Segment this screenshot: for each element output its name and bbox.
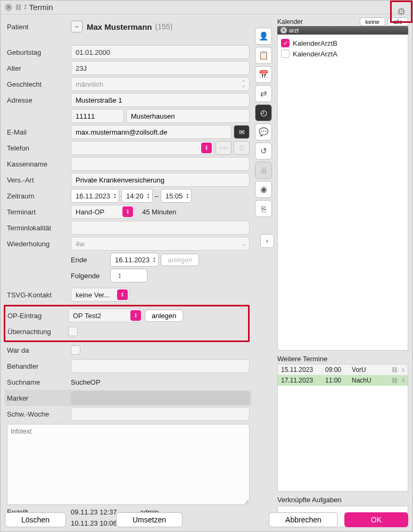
time-sep: – <box>155 192 159 200</box>
filter-text: arzt <box>289 27 299 34</box>
call-icon[interactable]: ✆ <box>234 141 250 155</box>
op-select[interactable]: OP Test2▲▼ <box>68 309 143 322</box>
time-to-input[interactable]: 15:05▲▼ <box>161 189 192 203</box>
suchname-label: Suchname <box>7 378 71 386</box>
chevron-icon: ▲▼ <box>122 206 133 217</box>
chevron-icon: ▲▼ <box>117 289 128 300</box>
uebernachtung-checkbox[interactable] <box>68 327 78 336</box>
marker-input[interactable] <box>71 391 250 405</box>
keine-button[interactable]: keine <box>360 18 385 26</box>
terminart-label: Terminart <box>7 208 71 216</box>
appointments-list: 15.11.202309:00VorU⛓1 17.11.202311:00Nac… <box>277 364 408 492</box>
lokalitaet-label: Terminlokalität <box>7 224 71 232</box>
schwwoche-label: Schw.-Woche <box>7 410 71 418</box>
patient-remove-button[interactable]: − <box>71 21 82 32</box>
zeitraum-label: Zeitraum <box>7 192 71 200</box>
ende-label: Ende <box>71 256 108 264</box>
phone-select[interactable]: ▲▼ <box>71 141 213 155</box>
collapse-button[interactable]: ‹ <box>260 234 274 248</box>
birthday-label: Geburtstag <box>7 48 71 56</box>
infotext-textarea[interactable] <box>7 424 250 505</box>
lokalitaet-input[interactable] <box>71 221 250 235</box>
email-input[interactable] <box>71 125 232 139</box>
wiederholung-select[interactable]: 4w⌄ <box>71 237 250 251</box>
zip-input[interactable] <box>71 109 124 123</box>
appointment-row[interactable]: 15.11.202309:00VorU⛓1 <box>278 364 408 375</box>
chevron-icon: ▲▼ <box>201 143 212 153</box>
suchname-value: SucheOP <box>71 378 101 386</box>
date-input[interactable]: 16.11.2023▲▼ <box>71 189 119 203</box>
clipboard-icon[interactable]: 📋 <box>255 47 272 64</box>
warda-checkbox[interactable] <box>71 345 80 355</box>
titlebar: ✕ ⛓ 2 Termin ⚙ <box>1 1 412 14</box>
gender-label: Geschlecht <box>7 80 71 88</box>
email-label: E-Mail <box>7 128 71 136</box>
street-input[interactable] <box>71 93 250 107</box>
anlegen-disabled-button: anlegen <box>161 254 199 266</box>
gender-select[interactable]: männlich⌃⌄ <box>71 77 250 91</box>
uebernachtung-label: Übernachtung <box>7 328 68 336</box>
address-label: Adresse <box>7 96 71 104</box>
op-anlegen-button[interactable]: anlegen <box>145 310 183 322</box>
appointment-row[interactable]: 17.11.202311:00NachU⛓3 <box>278 375 408 386</box>
time-from-input[interactable]: 14:20▲▼ <box>121 189 153 203</box>
duration-text: 45 Minuten <box>142 208 176 216</box>
filter-bar[interactable]: ✕ arzt <box>277 26 408 35</box>
close-icon[interactable]: ✕ <box>5 4 12 11</box>
globe-icon[interactable]: ◉ <box>255 181 272 198</box>
tsvg-select[interactable]: keine Ver...▲▼ <box>71 288 129 302</box>
loeschen-button[interactable]: Löschen <box>5 512 66 527</box>
kasse-input[interactable] <box>71 157 250 171</box>
verknuepfte-label: Verknüpfte Aufgaben <box>277 496 408 504</box>
abbrechen-button[interactable]: Abbrechen <box>269 512 338 527</box>
person-icon[interactable]: 👤 <box>255 28 272 45</box>
folgende-input[interactable]: ▲▼ <box>110 269 147 282</box>
sms-button[interactable]: SMS <box>216 141 232 155</box>
behandler-label: Behandler <box>7 362 71 370</box>
mail-icon[interactable]: ✉ <box>234 125 250 139</box>
calendar-item[interactable]: KalenderArztA <box>281 48 404 59</box>
calendar-item-label: KalenderArztA <box>293 50 337 58</box>
calendar-icon[interactable]: 📅 <box>255 66 272 83</box>
message-icon[interactable]: 💬 <box>255 123 272 140</box>
schwwoche-input[interactable] <box>71 407 250 421</box>
calendar-item-label: KalenderArztB <box>293 39 337 47</box>
birthday-input[interactable] <box>71 45 250 59</box>
link-count: 2 <box>24 4 27 10</box>
versart-label: Vers.-Art <box>7 176 71 184</box>
phone-label: Telefon <box>7 144 71 152</box>
versart-input[interactable] <box>71 173 250 187</box>
calendar-item[interactable]: ✓ KalenderArztB <box>281 38 404 48</box>
patient-label: Patient <box>7 23 71 31</box>
chevron-icon: ⌃⌄ <box>241 81 246 87</box>
behandler-input[interactable] <box>71 359 250 373</box>
ok-button[interactable]: OK <box>344 512 408 527</box>
gear-icon[interactable]: ⚙ <box>397 6 406 18</box>
ende-date-input[interactable]: 16.11.2023▲▼ <box>110 253 159 267</box>
age-label: Alter <box>7 64 71 72</box>
age-input[interactable] <box>71 61 250 75</box>
patient-name: Max Mustermann <box>87 22 152 31</box>
link-icon: ⛓ <box>392 367 398 373</box>
terminart-select[interactable]: Hand-OP▲▼ <box>71 205 135 219</box>
checkbox-checked-icon[interactable]: ✓ <box>281 39 290 47</box>
kasse-label: Kassenname <box>7 160 71 168</box>
chevron-down-icon: ⌄ <box>241 243 246 245</box>
history-icon[interactable]: ↺ <box>255 143 272 160</box>
transfer-icon[interactable]: ⇄ <box>255 85 272 102</box>
umsetzen-button[interactable]: Umsetzen <box>116 512 183 527</box>
tsvg-label: TSVG-Kontakt <box>7 291 71 299</box>
warda-label: War da <box>7 346 71 354</box>
clock-icon[interactable]: ◴ <box>255 104 272 121</box>
clear-filter-icon[interactable]: ✕ <box>280 27 287 34</box>
copy-icon[interactable]: ⎘ <box>255 200 272 217</box>
weitere-termine-label: Weitere Termine <box>277 355 408 363</box>
checkbox-icon[interactable] <box>281 49 290 58</box>
link-icon: ⛓ <box>15 4 22 11</box>
calendar-list: ✓ KalenderArztB KalenderArztA <box>277 35 408 351</box>
folgende-label: Folgende <box>71 272 108 280</box>
city-input[interactable] <box>126 109 250 123</box>
settings-highlight: ⚙ <box>390 1 412 23</box>
kalender-label: Kalender <box>277 18 303 26</box>
printer-icon: 🖶 <box>255 162 272 179</box>
